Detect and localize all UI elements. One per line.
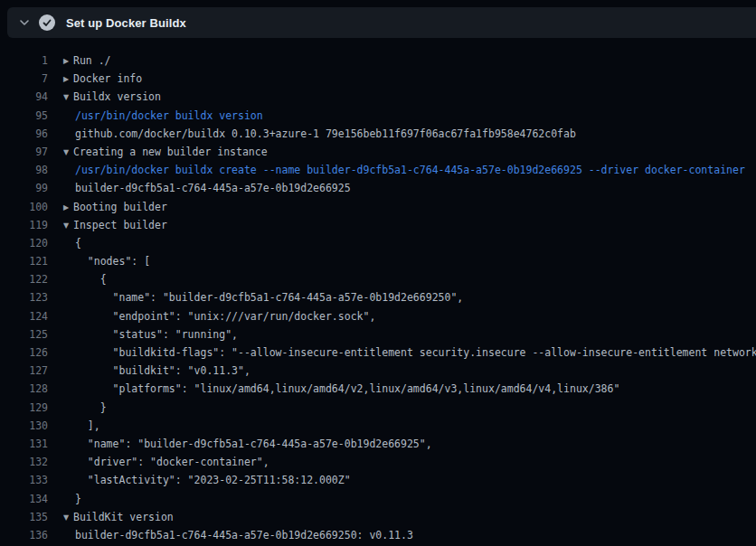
- log-line: 120{: [0, 234, 756, 252]
- line-number[interactable]: 119: [0, 216, 48, 234]
- line-number[interactable]: 7: [0, 70, 48, 88]
- check-circle-icon: [39, 14, 55, 31]
- log-text: {: [75, 270, 107, 288]
- chevron-down-icon: ▼: [63, 89, 73, 106]
- step-title: Set up Docker Buildx: [66, 16, 186, 30]
- log-line: 96github.com/docker/buildx 0.10.3+azure-…: [0, 125, 756, 143]
- log-group-header[interactable]: ▼BuildKit version: [63, 508, 174, 526]
- log-text: github.com/docker/buildx 0.10.3+azure-1 …: [75, 125, 576, 143]
- log-line: 124 "endpoint": "unix:///var/run/docker.…: [0, 307, 756, 325]
- log-text: "platforms": "linux/amd64,linux/amd64/v2…: [75, 380, 619, 398]
- log-text: "name": "builder-d9cfb5a1-c764-445a-a57e…: [75, 288, 463, 306]
- log-text: }: [75, 399, 107, 417]
- log-line: 132 "driver": "docker-container",: [0, 453, 756, 471]
- log-group-header[interactable]: ▶Booting builder: [63, 198, 167, 216]
- log-group-header[interactable]: ▼Inspect builder: [63, 216, 167, 234]
- log-line: 136builder-d9cfb5a1-c764-445a-a57e-0b19d…: [0, 526, 756, 544]
- line-number[interactable]: 130: [0, 417, 48, 435]
- log-text: }: [75, 490, 81, 508]
- log-group-header[interactable]: ▶Docker info: [63, 70, 142, 88]
- log-text: "status": "running",: [75, 325, 238, 344]
- group-title: Buildx version: [73, 90, 161, 103]
- line-number[interactable]: 124: [0, 307, 48, 325]
- group-title: BuildKit version: [73, 511, 174, 523]
- log-group-header[interactable]: ▼Creating a new builder instance: [63, 143, 268, 161]
- log-text: "driver": "docker-container",: [75, 453, 269, 471]
- chevron-down-icon[interactable]: [18, 16, 31, 29]
- log-line: 128 "platforms": "linux/amd64,linux/amd6…: [0, 380, 756, 398]
- log-line: 121 "nodes": [: [0, 252, 756, 270]
- log-group-line: 97▼Creating a new builder instance: [0, 143, 756, 161]
- log-text: /usr/bin/docker buildx create --name bui…: [75, 161, 745, 179]
- line-number[interactable]: 1: [0, 52, 48, 70]
- log-line: 131 "name": "builder-d9cfb5a1-c764-445a-…: [0, 435, 756, 453]
- line-number[interactable]: 136: [0, 526, 48, 544]
- log-group-line: 100▶Booting builder: [0, 198, 756, 216]
- chevron-right-icon: ▶: [63, 199, 73, 216]
- chevron-down-icon: ▼: [63, 509, 73, 526]
- line-number[interactable]: 96: [0, 125, 48, 143]
- line-number[interactable]: 134: [0, 490, 48, 508]
- log-line: 123 "name": "builder-d9cfb5a1-c764-445a-…: [0, 288, 756, 306]
- line-number[interactable]: 131: [0, 435, 48, 453]
- log-text: /usr/bin/docker buildx version: [75, 107, 263, 125]
- log-line: 122 {: [0, 270, 756, 288]
- log-text: "endpoint": "unix:///var/run/docker.sock…: [75, 307, 375, 325]
- line-number[interactable]: 127: [0, 362, 48, 380]
- log-line: 125 "status": "running",: [0, 325, 756, 344]
- log-line: 95/usr/bin/docker buildx version: [0, 107, 756, 125]
- log-line: 129 }: [0, 399, 756, 417]
- log-text: "name": "builder-d9cfb5a1-c764-445a-a57e…: [75, 435, 432, 453]
- line-number[interactable]: 98: [0, 161, 48, 179]
- chevron-right-icon: ▶: [63, 71, 73, 88]
- log-line: 134}: [0, 490, 756, 508]
- line-number[interactable]: 133: [0, 471, 48, 489]
- line-number[interactable]: 120: [0, 234, 48, 252]
- line-number[interactable]: 125: [0, 325, 48, 344]
- log-group-line: 135▼BuildKit version: [0, 508, 756, 526]
- line-number[interactable]: 132: [0, 453, 48, 471]
- line-number[interactable]: 129: [0, 399, 48, 417]
- log-line: 126 "buildkitd-flags": "--allow-insecure…: [0, 344, 756, 362]
- log-text: builder-d9cfb5a1-c764-445a-a57e-0b19d2e6…: [75, 179, 351, 197]
- line-number[interactable]: 97: [0, 143, 48, 161]
- log-text: ],: [75, 417, 100, 435]
- line-number[interactable]: 99: [0, 179, 48, 197]
- log-text: "buildkitd-flags": "--allow-insecure-ent…: [75, 344, 756, 362]
- line-number[interactable]: 100: [0, 198, 48, 216]
- step-header[interactable]: Set up Docker Buildx: [7, 7, 756, 38]
- log-line: 133 "lastActivity": "2023-02-25T11:58:12…: [0, 471, 756, 489]
- line-number[interactable]: 122: [0, 270, 48, 288]
- log-text: "buildkit": "v0.11.3",: [75, 362, 250, 380]
- group-title: Docker info: [73, 72, 142, 85]
- log-group-line: 7▶Docker info: [0, 70, 756, 88]
- log-group-line: 119▼Inspect builder: [0, 216, 756, 234]
- log-line: 127 "buildkit": "v0.11.3",: [0, 362, 756, 380]
- chevron-right-icon: ▶: [63, 52, 73, 70]
- log-line: 98/usr/bin/docker buildx create --name b…: [0, 161, 756, 179]
- line-number[interactable]: 128: [0, 380, 48, 398]
- log-line: 130 ],: [0, 417, 756, 435]
- line-number[interactable]: 121: [0, 252, 48, 270]
- line-number[interactable]: 135: [0, 508, 48, 526]
- log-text: {: [75, 234, 81, 252]
- chevron-down-icon: ▼: [63, 217, 73, 234]
- log-lines: 1▶Run ./7▶Docker info94▼Buildx version95…: [0, 52, 756, 544]
- log-group-header[interactable]: ▶Run ./: [63, 52, 111, 70]
- chevron-down-icon: ▼: [63, 144, 73, 161]
- log-container: 1▶Run ./7▶Docker info94▼Buildx version95…: [0, 38, 756, 546]
- log-group-header[interactable]: ▼Buildx version: [63, 88, 161, 106]
- group-title: Booting builder: [73, 201, 167, 213]
- log-text: builder-d9cfb5a1-c764-445a-a57e-0b19d2e6…: [75, 526, 413, 544]
- line-number[interactable]: 95: [0, 107, 48, 125]
- workflow-log-panel: Set up Docker Buildx 1▶Run ./7▶Docker in…: [0, 0, 756, 546]
- log-text: "lastActivity": "2023-02-25T11:58:12.000…: [75, 471, 351, 489]
- log-line: 99builder-d9cfb5a1-c764-445a-a57e-0b19d2…: [0, 179, 756, 197]
- group-title: Inspect builder: [73, 219, 167, 231]
- line-number[interactable]: 123: [0, 288, 48, 306]
- log-text: "nodes": [: [75, 252, 150, 270]
- group-title: Run ./: [73, 54, 111, 67]
- line-number[interactable]: 126: [0, 344, 48, 362]
- line-number[interactable]: 94: [0, 88, 48, 106]
- group-title: Creating a new builder instance: [73, 146, 268, 158]
